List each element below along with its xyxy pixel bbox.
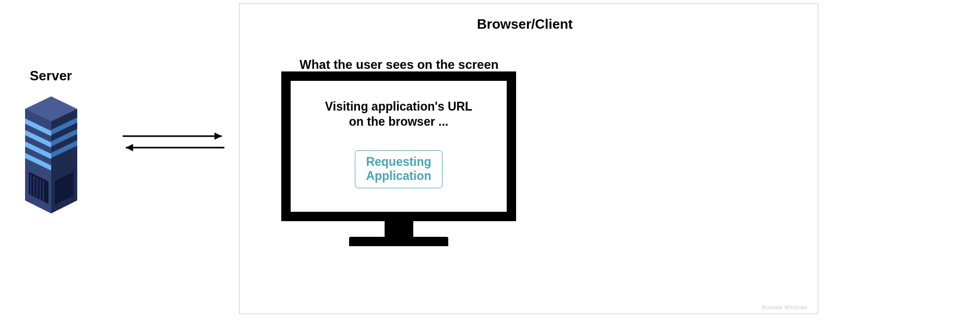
request-line1: Requesting: [366, 155, 431, 168]
server-label: Server: [5, 68, 97, 84]
screen-text-line1: Visiting application's URL: [325, 100, 472, 113]
screen-caption: What the user sees on the screen: [300, 57, 498, 72]
monitor-icon: Visiting application's URL on the browse…: [281, 71, 516, 251]
request-line2: Application: [366, 169, 431, 183]
bidirectional-arrow-icon: [117, 127, 230, 158]
svg-marker-19: [214, 132, 222, 140]
server-section: Server: [5, 68, 97, 219]
browser-client-label: Browser/Client: [477, 16, 573, 32]
screen-visiting-text: Visiting application's URL on the browse…: [325, 99, 472, 129]
watermark-text: Activate Windows: [762, 305, 807, 310]
browser-client-panel: Browser/Client What the user sees on the…: [239, 3, 818, 314]
screen-text-line2: on the browser ...: [349, 115, 448, 128]
monitor-neck: [385, 221, 413, 237]
requesting-application-badge: Requesting Application: [355, 150, 442, 188]
monitor-screen: Visiting application's URL on the browse…: [291, 81, 507, 212]
server-icon: [17, 93, 85, 219]
monitor-bezel: Visiting application's URL on the browse…: [281, 71, 516, 221]
svg-marker-21: [126, 144, 133, 151]
monitor-base: [349, 237, 448, 246]
